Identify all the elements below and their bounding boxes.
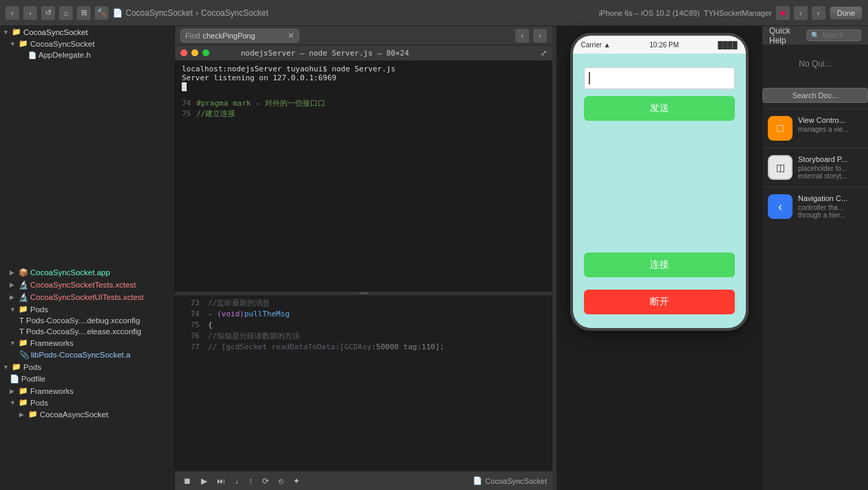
top-bar-right: iPhone 6s – iOS 10.2 (14C89) TYHSocketMa… [599, 6, 863, 20]
find-next-button[interactable]: › [533, 29, 547, 43]
code-text: // [gcdSocket readDataToData:[GCDAsy:500… [208, 342, 444, 353]
nav-item-frameworks2[interactable]: ▶ 📁 Frameworks [0, 385, 174, 397]
editor-area: Find checkPingPong ✕ ‹ › nodejsServer — … [175, 26, 552, 490]
prev-issue-button[interactable]: ‹ [794, 6, 808, 20]
phone-frame: Carrier ▲ 10:26 PM ████ 发送 连接 断开 [570, 33, 749, 331]
time-label: 10:26 PM [650, 41, 679, 49]
phone-text-input[interactable] [584, 67, 735, 89]
folder-icon: 📁 [19, 305, 28, 314]
help-item-sb[interactable]: ◫ Storyboard P... placeholder fo... exte… [762, 148, 868, 187]
debug-continue-btn[interactable]: ⟳ [259, 476, 272, 486]
terminal-maximize-dot[interactable] [202, 49, 209, 56]
vc-icon: □ [768, 116, 793, 141]
nav-label: CocoaSyncSocketTests.xctest [30, 281, 136, 289]
help-title: Navigation C... [798, 194, 863, 202]
battery-icon: ████ [718, 41, 737, 49]
nav-item-libpods[interactable]: 📎 libPods-CocoaSyncSocket.a [0, 349, 174, 361]
nav-item-cocoaasync[interactable]: ▶ 📁 CocoaAsyncSocket [0, 408, 174, 420]
terminal-content: localhost:nodejsServer tuyaohui$ node Se… [175, 60, 552, 95]
terminal-minimize-dot[interactable] [191, 49, 198, 56]
carrier-label: Carrier ▲ [581, 41, 611, 49]
nav-item-pods2[interactable]: ▼ 📁 Pods [0, 397, 174, 408]
nav-item-pods-debug[interactable]: T Pods-CocoaSy....debug.xcconfig [0, 315, 174, 326]
nav-item-tests[interactable]: ▶ 🔬 CocoaSyncSocketTests.xctest [0, 279, 174, 291]
nav-item-root[interactable]: ▼ 📁 CocoaSyncSocket [0, 26, 174, 38]
code-text: - (void)pullTheMsg [208, 309, 547, 320]
no-quick-help-text: No Qui... [762, 45, 868, 82]
terminal-close-dot[interactable] [180, 49, 187, 56]
forward-button[interactable]: › [23, 6, 37, 20]
nav-label: AppDelegate.h [38, 51, 91, 59]
done-button[interactable]: Done [830, 6, 863, 20]
help-item-text: Storyboard P... placeholder fo... extern… [798, 155, 863, 180]
find-input[interactable]: checkPingPong [202, 32, 285, 40]
arrow-icon: ▶ [10, 269, 16, 276]
help-item-text: Navigation C... controller tha... throug… [798, 194, 863, 219]
back-button[interactable]: ‹ [5, 6, 19, 20]
debug-btn-7[interactable]: ✦ [290, 476, 303, 486]
phone-send-button[interactable]: 发送 [584, 96, 735, 121]
nav-item-pods-folder[interactable]: ▼ 📁 Pods [0, 303, 174, 315]
manager-name: TYHSocketManager [704, 9, 772, 17]
nav-label: CocoaSyncSocket [30, 40, 95, 48]
nav-item-frameworks[interactable]: ▼ 📁 Frameworks [0, 337, 174, 349]
config-icon: T [19, 316, 24, 325]
code-line: 74 - (void)pullTheMsg [175, 309, 552, 320]
terminal-title: nodejsServer — node Server.js — 80×24 [241, 49, 409, 58]
code-and-terminal: nodejsServer — node Server.js — 80×24 ⤢ … [175, 45, 552, 471]
debug-step-out-btn[interactable]: ↑ [246, 476, 255, 486]
nav-item-cocoasyncsocket[interactable]: ▼ 📁 CocoaSyncSocket [0, 38, 174, 49]
reload-button[interactable]: ↺ [41, 6, 55, 20]
phone-screen: 发送 连接 断开 [573, 54, 746, 328]
scheme-menu[interactable]: 🔨 [95, 6, 108, 20]
code-line: 73 //监听最新的消息 [175, 298, 552, 309]
nav-label: CocoaSyncSocket.app [30, 268, 110, 277]
search-input[interactable] [822, 32, 856, 39]
nav-item-pods-root[interactable]: ▼ 📁 Pods [0, 361, 174, 373]
nav-item-app[interactable]: ▶ 📦 CocoaSyncSocket.app [0, 266, 174, 279]
stop-button[interactable]: ■ [776, 6, 790, 20]
arrow-icon: ▼ [3, 29, 10, 36]
app-icon: 📦 [19, 268, 28, 277]
phone-disconnect-button[interactable]: 断开 [584, 290, 735, 314]
phone-connect-button[interactable]: 连接 [584, 253, 735, 277]
editor-toolbar: Find checkPingPong ✕ ‹ › [175, 26, 552, 45]
home-button[interactable]: ⌂ [59, 6, 73, 20]
terminal-titlebar: nodejsServer — node Server.js — 80×24 ⤢ [175, 45, 552, 60]
breadcrumb-icon: 📄 [473, 476, 482, 485]
help-item-vc[interactable]: □ View Contro... manages a vie... [762, 108, 868, 148]
help-item-nav[interactable]: ‹ Navigation C... controller tha... thro… [762, 187, 868, 226]
help-title: View Contro... [798, 116, 848, 124]
text-cursor [589, 72, 590, 84]
arrow-icon: ▶ [10, 294, 16, 301]
nav-item-ui-tests[interactable]: ▶ 🔬 CocoaSyncSocketUITests.xctest [0, 291, 174, 303]
next-issue-button[interactable]: › [812, 6, 825, 20]
code-text: //似似是分段读数据的方法 [208, 331, 300, 342]
code-line-pragma: 74#pragma mark - 对外的一些接口口 [182, 98, 546, 108]
arrow-icon: ▶ [10, 388, 16, 395]
nav-item-pods-release[interactable]: T Pods-CocoaSy....elease.xcconfig [0, 326, 174, 337]
grid-button[interactable]: ⊞ [77, 6, 91, 20]
phone-status-bar: Carrier ▲ 10:26 PM ████ [573, 36, 746, 54]
nav-item-appdelegate[interactable]: ▶ 📄 AppDelegate.h [0, 49, 174, 60]
search-docs-button[interactable]: Search Doc... [762, 88, 868, 103]
terminal-resize-icon[interactable]: ⤢ [541, 49, 547, 58]
clear-find-icon[interactable]: ✕ [288, 31, 294, 40]
folder-icon: 📁 [19, 338, 28, 347]
breadcrumb: 📄 CocoaSyncSocket › CocoaSyncSocket [113, 8, 268, 18]
debug-play-btn[interactable]: ▶ [198, 476, 210, 486]
terminal-prompt: localhost:nodejsServer tuyaohui$ node Se… [182, 65, 546, 73]
nav-label: Pods-CocoaSy....debug.xcconfig [26, 316, 140, 325]
find-prev-button[interactable]: ‹ [515, 29, 529, 43]
debug-btn-6[interactable]: ⎋ [276, 476, 286, 486]
find-label: Find [185, 32, 200, 40]
breadcrumb-text: CocoaSyncSocket [485, 477, 547, 485]
debug-step-in-btn[interactable]: ↓ [232, 476, 242, 486]
nav-item-podfile[interactable]: 📄 Podfile [0, 373, 174, 385]
nav-label: Pods [23, 363, 41, 371]
nav-label: Pods-CocoaSy....elease.xcconfig [26, 327, 141, 336]
debug-stop-btn[interactable]: ⏹ [180, 476, 194, 486]
test-icon: 🔬 [19, 292, 28, 302]
code-text: //监听最新的消息 [208, 298, 270, 309]
debug-step-over-btn[interactable]: ⏭ [214, 476, 228, 486]
